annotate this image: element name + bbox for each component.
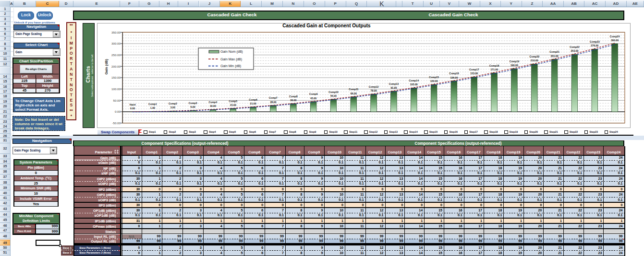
svg-text:105.00: 105.00 <box>410 83 418 86</box>
svg-text:Cascaded Gain at Component Out: Cascaded Gain at Component Outputs <box>282 23 371 29</box>
svg-text:-50.00: -50.00 <box>112 122 121 125</box>
svg-text:3.00: 3.00 <box>170 106 175 109</box>
svg-text:253.00: 253.00 <box>571 49 578 52</box>
svg-text:210.00: 210.00 <box>531 59 538 62</box>
svg-text:15.00: 15.00 <box>230 104 236 106</box>
svg-text:136.00: 136.00 <box>450 76 458 79</box>
svg-text:36.00: 36.00 <box>290 99 296 102</box>
svg-text:276.00: 276.00 <box>591 44 598 47</box>
svg-text:0.00: 0.00 <box>115 110 121 114</box>
svg-text:300.00: 300.00 <box>611 39 619 42</box>
svg-text:171.00: 171.00 <box>490 68 498 71</box>
svg-text:Comp22: Comp22 <box>570 46 580 48</box>
svg-text:Comp9: Comp9 <box>309 93 318 96</box>
svg-text:Comp14: Comp14 <box>409 79 419 82</box>
svg-text:Comp15: Comp15 <box>429 76 439 79</box>
svg-text:Comp1: Comp1 <box>148 103 157 106</box>
svg-text:0.00: 0.00 <box>130 107 135 110</box>
svg-text:55.00: 55.00 <box>330 94 337 97</box>
svg-text:Comp23: Comp23 <box>590 40 600 43</box>
svg-text:Gain Min (dB): Gain Min (dB) <box>220 65 241 69</box>
svg-text:Comp7: Comp7 <box>269 97 278 100</box>
svg-text:Comp13: Comp13 <box>389 82 399 85</box>
svg-text:Comp18: Comp18 <box>489 64 499 67</box>
svg-text:Input: Input <box>130 103 136 106</box>
svg-text:300.00: 300.00 <box>111 42 121 46</box>
svg-text:45.00: 45.00 <box>310 97 316 100</box>
svg-text:Comp11: Comp11 <box>349 88 358 91</box>
svg-text:21.00: 21.00 <box>250 102 256 105</box>
svg-text:1.00: 1.00 <box>150 107 155 110</box>
svg-text:Gain (dB): Gain (dB) <box>105 59 109 75</box>
svg-text:Comp16: Comp16 <box>449 72 459 75</box>
svg-text:250.00: 250.00 <box>111 53 121 57</box>
svg-text:Comp8: Comp8 <box>289 95 298 98</box>
svg-text:28.00: 28.00 <box>270 101 276 104</box>
svg-text:Comp19: Comp19 <box>510 60 520 63</box>
svg-text:120.00: 120.00 <box>430 80 438 82</box>
svg-text:200.00: 200.00 <box>111 65 121 68</box>
svg-text:Comp12: Comp12 <box>369 85 379 88</box>
svg-text:Comp5: Comp5 <box>229 100 238 103</box>
svg-text:350.00: 350.00 <box>111 31 121 34</box>
svg-text:Comp21: Comp21 <box>549 51 559 54</box>
svg-text:Gain Nom (dB): Gain Nom (dB) <box>220 50 243 54</box>
svg-text:100.00: 100.00 <box>111 87 121 91</box>
svg-text:Comp4: Comp4 <box>209 101 218 104</box>
svg-text:91.00: 91.00 <box>390 86 397 89</box>
svg-text:Comp3: Comp3 <box>189 102 197 105</box>
svg-text:10.00: 10.00 <box>210 105 216 107</box>
svg-text:Comp10: Comp10 <box>328 91 339 93</box>
svg-text:Comp2: Comp2 <box>169 103 177 105</box>
svg-text:231.00: 231.00 <box>551 55 559 58</box>
svg-text:153.00: 153.00 <box>470 72 478 75</box>
svg-text:Gain Max (dB): Gain Max (dB) <box>220 58 242 61</box>
svg-text:6.00: 6.00 <box>191 105 195 108</box>
svg-text:Comp17: Comp17 <box>469 69 479 71</box>
svg-text:50.00: 50.00 <box>113 99 121 102</box>
svg-text:66.00: 66.00 <box>351 92 357 95</box>
svg-text:Comp20: Comp20 <box>530 56 540 58</box>
svg-text:Comp6: Comp6 <box>249 98 257 101</box>
svg-text:150.00: 150.00 <box>111 76 121 80</box>
svg-text:Comp24: Comp24 <box>610 35 620 38</box>
svg-text:190.00: 190.00 <box>510 64 518 67</box>
svg-text:78.00: 78.00 <box>371 89 377 92</box>
